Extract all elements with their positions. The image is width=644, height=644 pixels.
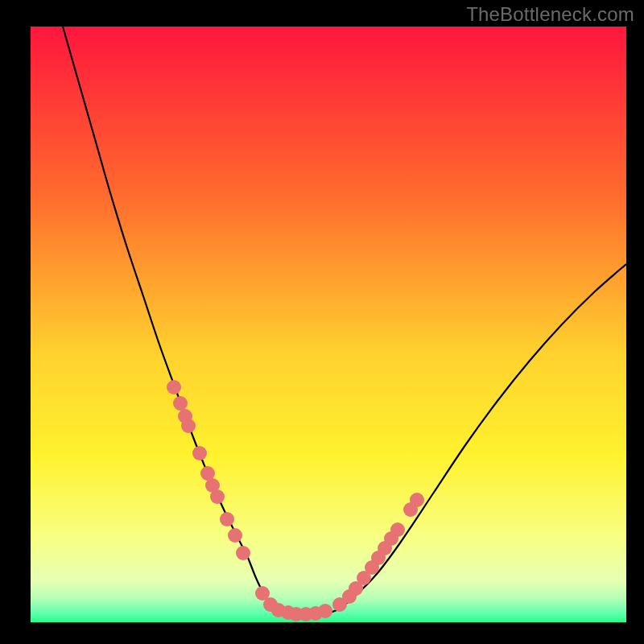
gradient-bg [31,27,626,622]
data-dot [210,489,225,504]
data-dot [220,512,234,526]
data-dot [410,493,424,507]
data-dot [167,380,181,394]
data-dot [173,396,188,411]
data-dot [181,419,196,433]
chart-frame: TheBottleneck.com [0,0,644,644]
data-dot [192,446,207,460]
data-dot [390,522,405,537]
plot-area [31,27,626,622]
data-dot [236,546,250,560]
chart-svg [31,27,626,622]
data-dot [228,528,242,543]
watermark-text: TheBottleneck.com [466,3,634,26]
data-dot [318,604,332,618]
